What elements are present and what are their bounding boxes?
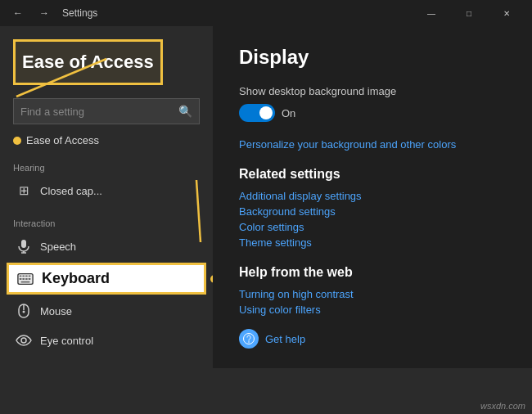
- svg-rect-10: [25, 278, 28, 280]
- svg-rect-0: [21, 240, 26, 248]
- page-title: Display: [239, 46, 506, 69]
- app-content: Ease of Access 🔍 Ease of Access Hearing …: [0, 26, 532, 368]
- sidebar-item-speech-label: Speech: [40, 241, 76, 253]
- svg-point-18: [248, 341, 250, 343]
- back-button[interactable]: ←: [7, 5, 29, 21]
- sidebar-title: Ease of Access: [22, 45, 154, 79]
- forward-button[interactable]: →: [33, 5, 56, 21]
- svg-rect-12: [21, 281, 30, 282]
- get-help-icon: [239, 329, 259, 349]
- section-label-interaction: Interaction: [0, 205, 213, 232]
- additional-display-settings-link[interactable]: Additional display settings: [239, 190, 506, 202]
- sidebar-item-mouse-label: Mouse: [40, 305, 72, 317]
- svg-rect-4: [20, 275, 22, 277]
- speech-icon: [16, 238, 32, 254]
- sidebar-item-keyboard[interactable]: Keyboard: [7, 263, 206, 295]
- get-help-row[interactable]: Get help: [239, 329, 506, 349]
- setting-label-background: Show desktop background image: [239, 85, 506, 97]
- search-icon: 🔍: [178, 105, 192, 118]
- turning-on-high-contrast-link[interactable]: Turning on high contrast: [239, 288, 506, 300]
- breadcrumb-text: Ease of Access: [26, 134, 99, 146]
- svg-rect-11: [29, 278, 31, 280]
- watermark: wsxdn.com: [480, 401, 525, 411]
- sidebar-item-eye-control[interactable]: Eye control: [0, 326, 213, 355]
- help-from-web-heading: Help from the web: [239, 265, 506, 280]
- svg-rect-5: [22, 275, 25, 277]
- mouse-icon: [16, 303, 32, 319]
- breadcrumb-dot: [13, 137, 21, 145]
- svg-point-16: [21, 338, 26, 343]
- ease-of-access-title-annotation: Ease of Access: [13, 39, 163, 85]
- color-settings-link[interactable]: Color settings: [239, 221, 506, 233]
- sidebar-header: Ease of Access: [0, 26, 213, 92]
- background-toggle[interactable]: [239, 104, 275, 122]
- sidebar-item-mouse[interactable]: Mouse: [0, 296, 213, 326]
- svg-rect-6: [25, 275, 28, 277]
- breadcrumb-ease-of-access[interactable]: Ease of Access: [0, 131, 213, 150]
- sidebar-item-speech[interactable]: Speech: [0, 232, 213, 261]
- svg-rect-7: [29, 275, 31, 277]
- using-color-filters-link[interactable]: Using color filters: [239, 304, 506, 316]
- theme-settings-link[interactable]: Theme settings: [239, 236, 506, 249]
- sidebar-item-closed-captions-label: Closed cap...: [40, 185, 102, 197]
- toggle-status: On: [282, 107, 295, 119]
- minimize-button[interactable]: —: [413, 0, 450, 26]
- sidebar: Ease of Access 🔍 Ease of Access Hearing …: [0, 26, 213, 368]
- eye-control-icon: [16, 332, 32, 349]
- title-bar: ← → Settings — □ ✕: [0, 0, 532, 26]
- close-button[interactable]: ✕: [488, 0, 525, 26]
- svg-rect-8: [20, 278, 22, 280]
- section-label-hearing: Hearing: [0, 150, 213, 176]
- related-settings-heading: Related settings: [239, 167, 506, 182]
- main-content: Display Show desktop background image On…: [213, 26, 532, 368]
- toggle-thumb: [259, 106, 273, 119]
- background-settings-link[interactable]: Background settings: [239, 205, 506, 218]
- svg-rect-9: [22, 278, 25, 280]
- get-help-link[interactable]: Get help: [265, 333, 305, 345]
- keyboard-icon: [17, 271, 34, 287]
- sidebar-item-closed-captions[interactable]: ⊞ Closed cap...: [0, 176, 213, 205]
- svg-point-15: [23, 311, 25, 313]
- sidebar-item-keyboard-label: Keyboard: [42, 270, 110, 287]
- sidebar-item-eye-control-label: Eye control: [40, 335, 93, 347]
- keyboard-annotation-dot: [210, 275, 213, 283]
- personalize-background-link[interactable]: Personalize your background and other co…: [239, 138, 506, 151]
- maximize-button[interactable]: □: [450, 0, 488, 26]
- search-input[interactable]: [20, 106, 178, 118]
- closed-captions-icon: ⊞: [16, 182, 32, 199]
- search-bar[interactable]: 🔍: [13, 98, 200, 124]
- window-title: Settings: [62, 7, 97, 19]
- toggle-row: On: [239, 104, 506, 122]
- background-image-setting: Show desktop background image On: [239, 85, 506, 132]
